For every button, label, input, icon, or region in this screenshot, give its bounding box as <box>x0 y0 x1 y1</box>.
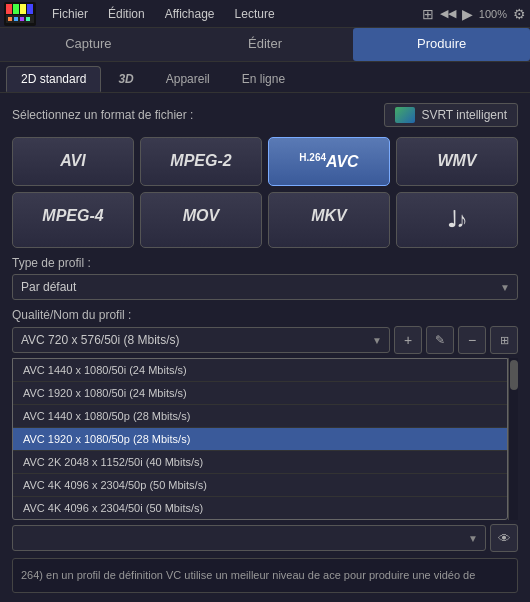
option-avc-1440-1080-50i-24[interactable]: AVC 1440 x 1080/50i (24 Mbits/s) <box>13 359 507 382</box>
format-btn-mpeg2[interactable]: MPEG-2 <box>140 137 262 186</box>
menu-lecture[interactable]: Lecture <box>227 5 283 23</box>
format-btn-avi[interactable]: AVI <box>12 137 134 186</box>
svrt-icon <box>395 107 415 123</box>
description-box: 264) en un profil de définition VC utili… <box>12 558 518 593</box>
menu-fichier[interactable]: Fichier <box>44 5 96 23</box>
toolbar-icons: ⊞ ◀◀ ▶ 100% ⚙ <box>422 6 526 22</box>
svg-rect-6 <box>8 17 12 21</box>
option-avc-2k-2048-1152-50i-40[interactable]: AVC 2K 2048 x 1152/50i (40 Mbits/s) <box>13 451 507 474</box>
profile-type-select[interactable]: Par défaut <box>12 274 518 300</box>
scrollbar-thumb[interactable] <box>510 360 518 390</box>
format-label: Sélectionnez un format de fichier : <box>12 108 193 122</box>
second-select[interactable] <box>12 525 486 551</box>
svg-rect-9 <box>26 17 30 21</box>
dropdown-items: AVC 1440 x 1080/50i (24 Mbits/s) AVC 192… <box>12 358 508 520</box>
grid-view-button[interactable]: ⊞ <box>490 326 518 354</box>
grid-icon[interactable]: ⊞ <box>422 6 434 22</box>
option-avc-4k-4096-2304-50i-50[interactable]: AVC 4K 4096 x 2304/50i (50 Mbits/s) <box>13 497 507 519</box>
content-area: Sélectionnez un format de fichier : SVRT… <box>0 93 530 602</box>
svg-rect-8 <box>20 17 24 21</box>
menu-affichage[interactable]: Affichage <box>157 5 223 23</box>
format-btn-mpeg4[interactable]: MPEG-4 <box>12 192 134 248</box>
sub-tab-en-ligne[interactable]: En ligne <box>227 66 300 92</box>
svg-rect-3 <box>20 4 26 14</box>
format-btn-audio[interactable]: ♩♪ <box>396 192 518 248</box>
menu-edition[interactable]: Édition <box>100 5 153 23</box>
quality-row: AVC 720 x 576/50i (8 Mbits/s) + ✎ − ⊞ <box>12 326 518 354</box>
option-avc-4k-4096-2304-50p-50[interactable]: AVC 4K 4096 x 2304/50p (50 Mbits/s) <box>13 474 507 497</box>
format-grid: AVI MPEG-2 H.264AVC WMV MPEG-4 MOV MKV ♩… <box>12 137 518 248</box>
main-tabs: Capture Éditer Produire <box>0 28 530 62</box>
scrollbar-track[interactable] <box>508 358 518 520</box>
format-btn-wmv[interactable]: WMV <box>396 137 518 186</box>
quality-dropdown-wrapper: AVC 720 x 576/50i (8 Mbits/s) <box>12 327 390 353</box>
remove-profile-button[interactable]: − <box>458 326 486 354</box>
profile-type-label: Type de profil : <box>12 256 518 270</box>
quality-label: Qualité/Nom du profil : <box>12 308 518 322</box>
svg-rect-2 <box>13 4 19 14</box>
option-avc-1920-1080-50i-24[interactable]: AVC 1920 x 1080/50i (24 Mbits/s) <box>13 382 507 405</box>
tab-editer[interactable]: Éditer <box>177 28 354 61</box>
dropdown-list: AVC 1440 x 1080/50i (24 Mbits/s) AVC 192… <box>12 358 508 520</box>
second-dropdown-wrapper <box>12 525 486 551</box>
svrt-badge[interactable]: SVRT intelligent <box>384 103 518 127</box>
dropdown-list-with-scroll: AVC 1440 x 1080/50i (24 Mbits/s) AVC 192… <box>12 358 518 520</box>
format-btn-mov[interactable]: MOV <box>140 192 262 248</box>
svg-rect-4 <box>27 4 33 14</box>
sub-tab-3d[interactable]: 3D <box>103 66 148 92</box>
format-header: Sélectionnez un format de fichier : SVRT… <box>12 103 518 127</box>
option-avc-1440-1080-50p-28[interactable]: AVC 1440 x 1080/50p (28 Mbits/s) <box>13 405 507 428</box>
title-bar: Fichier Édition Affichage Lecture ⊞ ◀◀ ▶… <box>0 0 530 28</box>
sub-tab-appareil[interactable]: Appareil <box>151 66 225 92</box>
tab-capture[interactable]: Capture <box>0 28 177 61</box>
app-logo <box>4 2 36 26</box>
svg-rect-7 <box>14 17 18 21</box>
size-icon[interactable]: 100% <box>479 8 507 20</box>
tab-produire[interactable]: Produire <box>353 28 530 61</box>
edit-profile-button[interactable]: ✎ <box>426 326 454 354</box>
play-icon[interactable]: ▶ <box>462 6 473 22</box>
option-avc-1920-1080-50p-28[interactable]: AVC 1920 x 1080/50p (28 Mbits/s) <box>13 428 507 451</box>
menu-bar: Fichier Édition Affichage Lecture <box>44 5 422 23</box>
eye-button[interactable]: 👁 <box>490 524 518 552</box>
quality-select[interactable]: AVC 720 x 576/50i (8 Mbits/s) <box>12 327 390 353</box>
prev-icon[interactable]: ◀◀ <box>440 7 456 20</box>
sub-tab-2d[interactable]: 2D standard <box>6 66 101 92</box>
svrt-label: SVRT intelligent <box>421 108 507 122</box>
dropdown-list-container: AVC 1440 x 1080/50i (24 Mbits/s) AVC 192… <box>12 358 518 520</box>
format-btn-mkv[interactable]: MKV <box>268 192 390 248</box>
svg-rect-1 <box>6 4 12 14</box>
sub-tabs: 2D standard 3D Appareil En ligne <box>0 62 530 93</box>
second-dropdown-row: 👁 <box>12 524 518 552</box>
format-btn-avc[interactable]: H.264AVC <box>268 137 390 186</box>
profile-type-dropdown-wrapper: Par défaut <box>12 274 518 300</box>
add-profile-button[interactable]: + <box>394 326 422 354</box>
gear-icon[interactable]: ⚙ <box>513 6 526 22</box>
